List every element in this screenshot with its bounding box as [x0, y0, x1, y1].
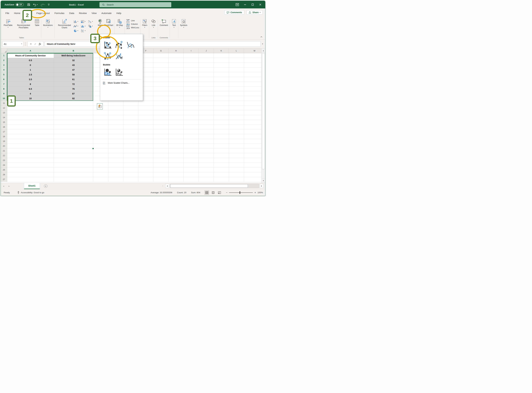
cell-L11[interactable]	[229, 101, 244, 106]
cell-B11[interactable]	[54, 101, 93, 106]
cell-I12[interactable]	[184, 106, 199, 110]
sparkline-line-button[interactable]: Line	[126, 19, 139, 22]
cell-H13[interactable]	[169, 110, 184, 115]
cell-H24[interactable]	[169, 163, 184, 167]
tab-home[interactable]: Home	[12, 8, 23, 18]
cell-J24[interactable]	[199, 163, 214, 167]
cell-A23[interactable]	[7, 158, 54, 163]
undo-button[interactable]: ▾	[33, 3, 38, 6]
cell-I10[interactable]	[184, 96, 199, 101]
horizontal-scroll-thumb[interactable]	[170, 184, 248, 188]
cell-H27[interactable]	[169, 177, 184, 182]
cell-F11[interactable]	[138, 101, 154, 106]
cell-D18[interactable]	[108, 134, 123, 139]
cell-K18[interactable]	[214, 134, 229, 139]
text-button[interactable]: A Text ▾	[171, 19, 177, 28]
cell-G12[interactable]	[154, 106, 169, 110]
cell-I24[interactable]	[184, 163, 199, 167]
cell-G18[interactable]	[154, 134, 169, 139]
scrollbar-splitter[interactable]: ⋮	[162, 185, 164, 187]
cell-K3[interactable]	[214, 63, 229, 68]
cell-C17[interactable]	[93, 129, 108, 134]
cell-I13[interactable]	[184, 110, 199, 115]
cell-B22[interactable]	[54, 153, 93, 158]
cell-H21[interactable]	[169, 148, 184, 153]
row-header-23[interactable]: 23	[1, 158, 7, 163]
scatter-straight-lines-markers-option[interactable]	[103, 51, 112, 61]
insert-column-chart-button[interactable]: ▾	[73, 20, 81, 23]
cell-B1[interactable]: Well-Being IndexScore	[54, 53, 93, 58]
zoom-slider[interactable]	[229, 192, 253, 193]
scatter-option[interactable]	[103, 40, 112, 50]
cell-A8[interactable]: 6.5	[7, 87, 54, 91]
row-header-8[interactable]: 8	[1, 87, 7, 91]
row-header-27[interactable]: 27	[1, 177, 7, 182]
cell-H2[interactable]	[169, 58, 184, 63]
cell-G21[interactable]	[154, 148, 169, 153]
cell-H8[interactable]	[169, 87, 184, 91]
cell-E21[interactable]	[123, 148, 138, 153]
cancel-entry-button[interactable]: ✕	[30, 43, 32, 45]
row-header-1[interactable]: 1	[1, 53, 7, 58]
cell-I26[interactable]	[184, 172, 199, 177]
tab-review[interactable]: Review	[77, 8, 89, 18]
row-header-2[interactable]: 2	[1, 58, 7, 63]
cell-I22[interactable]	[184, 153, 199, 158]
cell-J17[interactable]	[199, 129, 214, 134]
cell-H25[interactable]	[169, 167, 184, 172]
cell-H14[interactable]	[169, 115, 184, 120]
row-header-16[interactable]: 16	[1, 125, 7, 129]
cell-H15[interactable]	[169, 120, 184, 125]
cell-A22[interactable]	[7, 153, 54, 158]
cell-G10[interactable]	[154, 96, 169, 101]
cell-F12[interactable]	[138, 106, 154, 110]
comments-button[interactable]: Comments	[224, 10, 244, 15]
cell-J10[interactable]	[199, 96, 214, 101]
cell-K6[interactable]	[214, 77, 229, 82]
column-header-A[interactable]: A	[7, 49, 54, 53]
cell-L26[interactable]	[229, 172, 244, 177]
tab-automate[interactable]: Automate	[99, 8, 114, 18]
cell-H1[interactable]	[169, 53, 184, 58]
cell-L6[interactable]	[229, 77, 244, 82]
share-button[interactable]: Share ▾	[247, 10, 263, 15]
cell-K19[interactable]	[214, 139, 229, 144]
cell-C19[interactable]	[93, 139, 108, 144]
row-header-22[interactable]: 22	[1, 153, 7, 158]
cell-K27[interactable]	[214, 177, 229, 182]
insert-statistic-chart-button[interactable]: ▾	[81, 25, 88, 28]
cell-E12[interactable]	[123, 106, 138, 110]
cell-I14[interactable]	[184, 115, 199, 120]
insert-scatter-chart-button[interactable]: ▾	[81, 29, 88, 32]
three-d-bubble-option[interactable]	[114, 68, 124, 77]
cell-G3[interactable]	[154, 63, 169, 68]
cell-G6[interactable]	[154, 77, 169, 82]
cell-E25[interactable]	[123, 167, 138, 172]
autosave-toggle[interactable]: Off	[15, 3, 24, 6]
cell-H9[interactable]	[169, 91, 184, 96]
cell-L25[interactable]	[229, 167, 244, 172]
scatter-smooth-lines-markers-option[interactable]	[114, 40, 124, 50]
column-header-I[interactable]: I	[184, 49, 199, 53]
cell-B4[interactable]: 47	[54, 68, 93, 72]
cell-F25[interactable]	[138, 167, 154, 172]
cell-J22[interactable]	[199, 153, 214, 158]
row-header-12[interactable]: 12	[1, 106, 7, 110]
cell-L2[interactable]	[229, 58, 244, 63]
cell-B21[interactable]	[54, 148, 93, 153]
cell-I2[interactable]	[184, 58, 199, 63]
cell-I3[interactable]	[184, 63, 199, 68]
insert-function-button[interactable]: fx	[39, 43, 41, 45]
cell-D20[interactable]	[108, 144, 123, 148]
cell-K7[interactable]	[214, 82, 229, 87]
cell-L7[interactable]	[229, 82, 244, 87]
cell-J20[interactable]	[199, 144, 214, 148]
cell-F14[interactable]	[138, 115, 154, 120]
cell-A4[interactable]: 1	[7, 68, 54, 72]
cell-L24[interactable]	[229, 163, 244, 167]
cell-G16[interactable]	[154, 125, 169, 129]
cell-F23[interactable]	[138, 158, 154, 163]
cell-C22[interactable]	[93, 153, 108, 158]
maps-button[interactable]: Maps ▾	[97, 19, 103, 28]
cell-K26[interactable]	[214, 172, 229, 177]
